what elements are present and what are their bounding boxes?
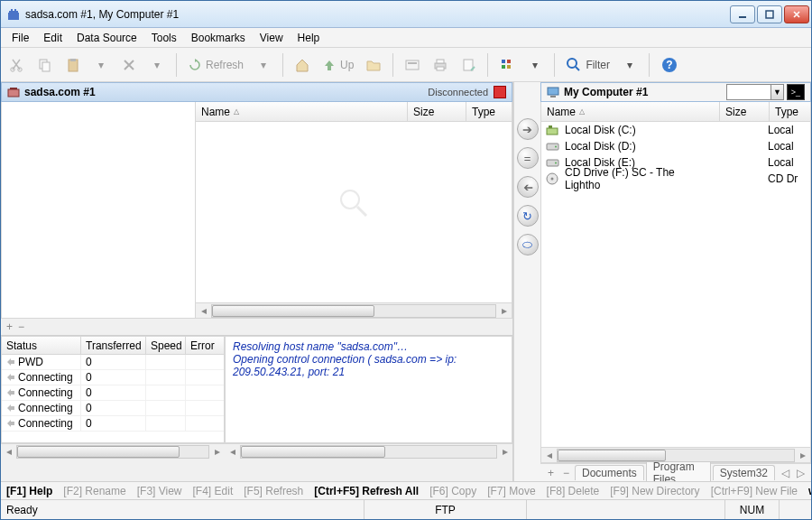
disconnect-indicator[interactable] bbox=[494, 86, 506, 98]
view-mode-dropdown[interactable]: ▾ bbox=[522, 52, 548, 78]
menu-tools[interactable]: Tools bbox=[144, 30, 184, 46]
gh-status[interactable]: Status bbox=[2, 337, 81, 354]
statusbar: Ready FTP NUM bbox=[1, 499, 811, 519]
remote-list-body[interactable] bbox=[196, 122, 512, 302]
close-button[interactable] bbox=[784, 5, 809, 23]
remote-pane-header: sadsa.com #1 Disconnected bbox=[1, 82, 512, 102]
tab-program-files[interactable]: Program Files bbox=[646, 459, 711, 481]
col-size-r[interactable]: Size bbox=[720, 102, 770, 121]
local-pane: My Computer #1 ▼>_ Name△ Size Type Local… bbox=[540, 82, 811, 481]
function-key-bar: [F1] Help [F2] Rename [F3] View [F4] Edi… bbox=[1, 481, 811, 499]
fn-f8: [F8] Delete bbox=[547, 485, 600, 497]
svg-rect-19 bbox=[507, 60, 511, 63]
paste-dropdown[interactable]: ▾ bbox=[88, 52, 114, 78]
refresh-dropdown[interactable]: ▾ bbox=[251, 52, 276, 78]
gh-transferred[interactable]: Transferred bbox=[81, 337, 146, 354]
menu-data-source[interactable]: Data Source bbox=[69, 30, 144, 46]
remote-pane-controls: + − bbox=[1, 319, 512, 335]
transfer-buttons: ➔ = ➔ ↻ ⬭ bbox=[513, 82, 540, 481]
sync-button[interactable]: ↻ bbox=[517, 205, 539, 227]
log-line-1: Resolving host name "sadsa.com"… bbox=[233, 340, 504, 353]
fn-f1[interactable]: [F1] Help bbox=[6, 485, 52, 497]
transfer-left-button[interactable]: ➔ bbox=[517, 176, 539, 198]
col-type-r[interactable]: Type bbox=[770, 102, 810, 121]
transfer-area: Status Transferred Speed Error PWD0Conne… bbox=[1, 335, 512, 443]
view-mode-button[interactable] bbox=[494, 52, 520, 78]
tabs-next-button[interactable]: ▷ bbox=[794, 467, 807, 479]
status-num: NUM bbox=[724, 500, 779, 519]
col-type[interactable]: Type bbox=[466, 102, 512, 121]
fn-ctrl-f5[interactable]: [Ctrl+F5] Refresh All bbox=[314, 485, 419, 497]
filter-dropdown[interactable]: ▾ bbox=[617, 52, 642, 78]
add-tab-button[interactable]: + bbox=[544, 467, 558, 479]
magnifier-icon bbox=[337, 187, 370, 219]
svg-point-27 bbox=[341, 190, 359, 209]
add-pane-button[interactable]: + bbox=[6, 320, 13, 333]
svg-rect-9 bbox=[42, 62, 50, 71]
transfer-row[interactable]: Connecting0 bbox=[2, 370, 224, 385]
compare-button[interactable]: = bbox=[517, 147, 539, 169]
delete-button[interactable] bbox=[116, 52, 142, 78]
menu-edit[interactable]: Edit bbox=[36, 30, 69, 46]
menu-help[interactable]: Help bbox=[291, 30, 328, 46]
maximize-button[interactable] bbox=[757, 5, 782, 23]
up-button[interactable]: Up bbox=[318, 52, 358, 78]
remove-pane-button[interactable]: − bbox=[18, 320, 24, 333]
svg-rect-12 bbox=[406, 60, 419, 70]
log-hscroll[interactable]: ◂▸ bbox=[225, 443, 512, 459]
fn-wfile[interactable]: w File bbox=[808, 485, 811, 497]
minimize-button[interactable] bbox=[730, 5, 755, 23]
transfer-row[interactable]: PWD0 bbox=[2, 355, 224, 370]
transfer-row[interactable]: Connecting0 bbox=[2, 401, 224, 416]
refresh-button[interactable]: Refresh bbox=[183, 52, 248, 78]
menu-bookmarks[interactable]: Bookmarks bbox=[184, 30, 253, 46]
window-title: sadsa.com #1, My Computer #1 bbox=[25, 8, 730, 21]
fn-f4: [F4] Edit bbox=[193, 485, 234, 497]
paste-button[interactable] bbox=[60, 52, 86, 78]
fn-f3: [F3] View bbox=[137, 485, 182, 497]
tab-system32[interactable]: System32 bbox=[713, 465, 775, 480]
gh-speed[interactable]: Speed bbox=[146, 337, 186, 354]
fn-f6: [F6] Copy bbox=[429, 485, 476, 497]
remote-tree[interactable] bbox=[2, 102, 196, 318]
menu-file[interactable]: File bbox=[5, 30, 36, 46]
drive-icon bbox=[546, 124, 560, 136]
titlebar: sadsa.com #1, My Computer #1 bbox=[1, 1, 811, 28]
menu-view[interactable]: View bbox=[253, 30, 291, 46]
properties-button[interactable] bbox=[456, 52, 481, 78]
svg-rect-11 bbox=[70, 59, 76, 61]
cut-button[interactable] bbox=[5, 52, 30, 78]
gh-error[interactable]: Error bbox=[186, 337, 224, 354]
delete-dropdown[interactable]: ▾ bbox=[144, 52, 170, 78]
link-button[interactable]: ⬭ bbox=[517, 234, 539, 255]
drive-selector[interactable]: ▼>_ bbox=[726, 84, 805, 100]
transfer-row[interactable]: Connecting0 bbox=[2, 385, 224, 401]
copy-button[interactable] bbox=[32, 52, 58, 78]
help-button[interactable]: ? bbox=[656, 52, 683, 78]
home-button[interactable] bbox=[290, 52, 315, 78]
drive-icon bbox=[546, 172, 560, 185]
tab-documents[interactable]: Documents bbox=[575, 465, 644, 480]
transfer-right-button[interactable]: ➔ bbox=[517, 118, 539, 140]
log-pane[interactable]: Resolving host name "sadsa.com"… Opening… bbox=[225, 336, 512, 443]
col-name[interactable]: Name△ bbox=[196, 102, 408, 121]
print-button[interactable] bbox=[428, 52, 453, 78]
drive-row[interactable]: CD Drive (F:) SC - The LighthoCD Dr bbox=[541, 171, 810, 187]
drive-row[interactable]: Local Disk (C:)Local bbox=[541, 122, 810, 138]
local-pane-header: My Computer #1 ▼>_ bbox=[540, 82, 811, 102]
col-name-r[interactable]: Name△ bbox=[541, 102, 720, 121]
local-list-body[interactable]: Local Disk (C:)LocalLocal Disk (D:)Local… bbox=[541, 122, 810, 447]
terminal-icon[interactable]: >_ bbox=[787, 84, 805, 100]
drive-row[interactable]: Local Disk (D:)Local bbox=[541, 138, 810, 154]
filter-button[interactable]: Filter bbox=[561, 52, 614, 78]
svg-text:?: ? bbox=[666, 59, 672, 71]
remove-tab-button[interactable]: − bbox=[559, 467, 573, 479]
remote-hscroll[interactable]: ◂▸ bbox=[196, 302, 512, 318]
col-size[interactable]: Size bbox=[408, 102, 466, 121]
folder-open-button[interactable] bbox=[361, 52, 386, 78]
transfer-row[interactable]: Connecting0 bbox=[2, 416, 224, 432]
preview-button[interactable] bbox=[400, 52, 425, 78]
tabs-prev-button[interactable]: ◁ bbox=[779, 467, 792, 479]
grid-hscroll[interactable]: ◂▸ bbox=[1, 443, 225, 459]
local-hscroll[interactable]: ◂▸ bbox=[541, 447, 810, 462]
